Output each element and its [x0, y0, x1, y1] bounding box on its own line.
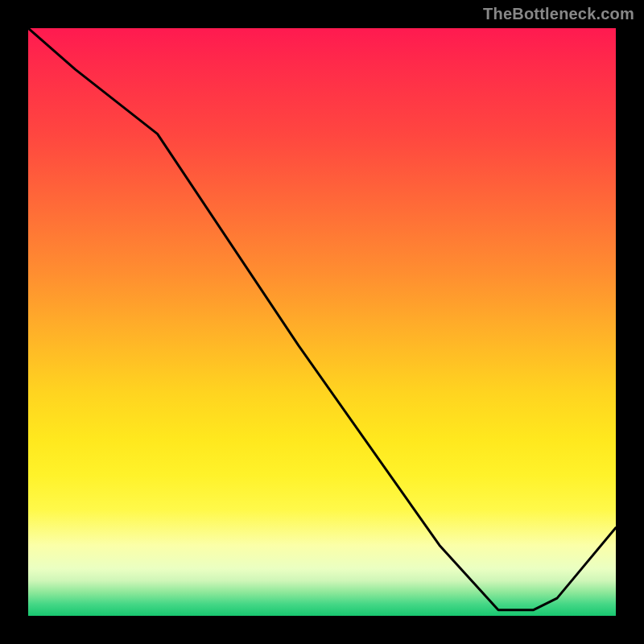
chart-root: TheBottleneck.com — [0, 0, 644, 644]
plot-area — [28, 28, 616, 616]
line-layer — [28, 28, 616, 616]
bottleneck-curve — [28, 28, 616, 610]
watermark-text: TheBottleneck.com — [483, 5, 634, 23]
